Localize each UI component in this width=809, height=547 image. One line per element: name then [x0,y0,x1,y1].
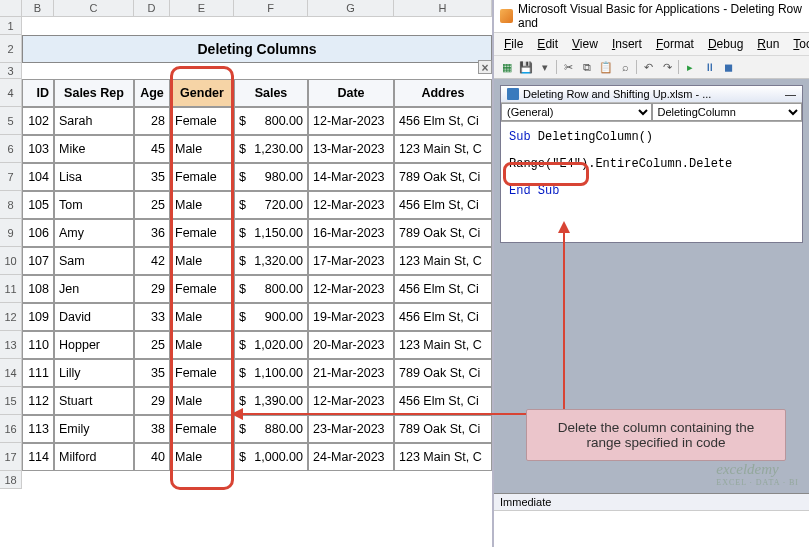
row-header[interactable]: 8 [0,191,22,219]
cell-address[interactable]: 123 Main St, C [394,135,492,163]
cell-date[interactable]: 14-Mar-2023 [308,163,394,191]
undo-icon[interactable]: ↶ [640,59,656,75]
cell-date[interactable]: 23-Mar-2023 [308,415,394,443]
header-address[interactable]: Addres [394,79,492,107]
cell-sales[interactable]: $1,230.00 [234,135,308,163]
header-gender[interactable]: Gender [170,79,234,107]
cell-gender[interactable]: Male [170,443,234,471]
run-icon[interactable]: ▸ [682,59,698,75]
menu-edit[interactable]: Edit [531,35,564,53]
cell-rep[interactable]: Hopper [54,331,134,359]
row-header[interactable]: 16 [0,415,22,443]
object-dropdown[interactable]: (General) [501,103,652,121]
cell-date[interactable]: 21-Mar-2023 [308,359,394,387]
cell-rep[interactable]: Lisa [54,163,134,191]
select-all-corner[interactable] [0,0,22,16]
code-window-titlebar[interactable]: Deleting Row and Shifting Up.xlsm - ... … [501,86,802,103]
cell-id[interactable]: 113 [22,415,54,443]
cell-age[interactable]: 29 [134,275,170,303]
row-header[interactable]: 12 [0,303,22,331]
cell-id[interactable]: 106 [22,219,54,247]
save-icon[interactable]: 💾 [518,59,534,75]
cell-age[interactable]: 28 [134,107,170,135]
menu-tools[interactable]: Too [787,35,809,53]
cell-rep[interactable]: Jen [54,275,134,303]
row-header[interactable]: 17 [0,443,22,471]
cell-age[interactable]: 25 [134,191,170,219]
cell-empty[interactable] [22,17,492,35]
cell-address[interactable]: 456 Elm St, Ci [394,107,492,135]
cell-id[interactable]: 107 [22,247,54,275]
cell-address[interactable]: 456 Elm St, Ci [394,275,492,303]
cell-sales[interactable]: $900.00 [234,303,308,331]
row-header-18[interactable]: 18 [0,471,22,489]
cell-date[interactable]: 24-Mar-2023 [308,443,394,471]
col-header-C[interactable]: C [54,0,134,16]
cell-gender[interactable]: Male [170,191,234,219]
row-header-3[interactable]: 3 [0,63,22,79]
cell-id[interactable]: 111 [22,359,54,387]
cell-date[interactable]: 12-Mar-2023 [308,107,394,135]
title-cell[interactable]: Deleting Columns [22,35,492,63]
menu-run[interactable]: Run [751,35,785,53]
cell-age[interactable]: 36 [134,219,170,247]
cell-address[interactable]: 789 Oak St, Ci [394,219,492,247]
cell-address[interactable]: 789 Oak St, Ci [394,359,492,387]
col-header-E[interactable]: E [170,0,234,16]
cell-age[interactable]: 29 [134,387,170,415]
cell-date[interactable]: 12-Mar-2023 [308,387,394,415]
pause-icon[interactable]: ⏸ [701,59,717,75]
row-header[interactable]: 9 [0,219,22,247]
cell-age[interactable]: 38 [134,415,170,443]
menu-format[interactable]: Format [650,35,700,53]
cell-sales[interactable]: $980.00 [234,163,308,191]
row-header-1[interactable]: 1 [0,17,22,35]
cell-date[interactable]: 17-Mar-2023 [308,247,394,275]
dropdown-icon[interactable]: ▾ [537,59,553,75]
cell-address[interactable]: 456 Elm St, Ci [394,303,492,331]
cell-rep[interactable]: Lilly [54,359,134,387]
procedure-dropdown[interactable]: DeletingColumn [652,103,803,121]
cell-sales[interactable]: $1,320.00 [234,247,308,275]
code-editor[interactable]: Sub DeletingColumn() Range("E4").EntireC… [501,122,802,242]
cell-age[interactable]: 35 [134,163,170,191]
cell-id[interactable]: 112 [22,387,54,415]
menu-file[interactable]: File [498,35,529,53]
cell-empty[interactable] [22,471,492,489]
cell-gender[interactable]: Female [170,275,234,303]
cell-age[interactable]: 42 [134,247,170,275]
cell-date[interactable]: 16-Mar-2023 [308,219,394,247]
cell-age[interactable]: 33 [134,303,170,331]
copy-icon[interactable]: ⧉ [579,59,595,75]
cell-id[interactable]: 114 [22,443,54,471]
cell-gender[interactable]: Female [170,163,234,191]
cell-date[interactable]: 12-Mar-2023 [308,191,394,219]
cell-id[interactable]: 105 [22,191,54,219]
close-icon[interactable]: × [478,60,492,74]
cell-id[interactable]: 104 [22,163,54,191]
row-header[interactable]: 11 [0,275,22,303]
cell-rep[interactable]: Amy [54,219,134,247]
cell-age[interactable]: 40 [134,443,170,471]
row-header[interactable]: 13 [0,331,22,359]
cell-sales[interactable]: $1,000.00 [234,443,308,471]
cell-sales[interactable]: $800.00 [234,275,308,303]
cell-gender[interactable]: Female [170,415,234,443]
paste-icon[interactable]: 📋 [598,59,614,75]
cell-gender[interactable]: Female [170,107,234,135]
cell-id[interactable]: 108 [22,275,54,303]
header-date[interactable]: Date [308,79,394,107]
immediate-window[interactable]: Immediate [494,493,809,547]
cell-id[interactable]: 103 [22,135,54,163]
cell-sales[interactable]: $1,020.00 [234,331,308,359]
cell-gender[interactable]: Male [170,331,234,359]
cell-date[interactable]: 19-Mar-2023 [308,303,394,331]
cell-date[interactable]: 13-Mar-2023 [308,135,394,163]
row-header[interactable]: 6 [0,135,22,163]
cell-sales[interactable]: $1,390.00 [234,387,308,415]
cell-address[interactable]: 789 Oak St, Ci [394,415,492,443]
cell-rep[interactable]: Tom [54,191,134,219]
cell-rep[interactable]: Mike [54,135,134,163]
col-header-H[interactable]: H [394,0,492,16]
cell-address[interactable]: 456 Elm St, Ci [394,387,492,415]
